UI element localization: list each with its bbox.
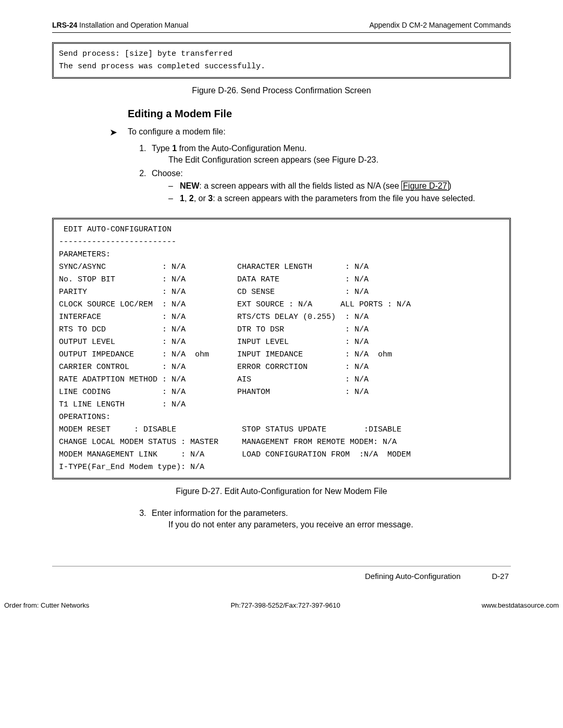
steps-list: Type 1 from the Auto-Configuration Menu.… — [149, 144, 511, 203]
opt-123-rest: : a screen appears with the parameters f… — [213, 194, 475, 203]
step2-options: NEW: a screen appears with all the field… — [168, 181, 511, 203]
opt-1: 1 — [180, 194, 185, 203]
step1-b: from the Auto-Configuration Menu. — [177, 144, 307, 153]
opt-2: 2 — [189, 194, 194, 203]
figure-d23-ref: Figure D-23 — [332, 155, 376, 164]
website-url: www.bestdatasource.com — [482, 601, 559, 609]
opt-new-rest: : a screen appears with all the fields l… — [199, 181, 401, 190]
figure-d27-caption: Figure D-27. Edit Auto-Configuration for… — [52, 487, 511, 496]
product-code: LRS-24 — [52, 21, 77, 29]
box2-title: EDIT AUTO-CONFIGURATION — [59, 225, 172, 234]
send-line-1: Send process: [size] byte transferred — [59, 50, 232, 58]
step2-option-new: NEW: a screen appears with all the field… — [168, 181, 511, 191]
manual-title: Installation and Operation Manual — [77, 21, 188, 29]
param-row-0: SYNC/ASYNC : N/A CHARACTER LENGTH : N/A — [59, 263, 369, 272]
section-title: Editing a Modem File — [128, 108, 511, 120]
figure-d27-link[interactable]: Figure D-27 — [401, 181, 448, 191]
ops-row-0: MODEM RESET : DISABLE STOP STATUS UPDATE… — [59, 425, 401, 434]
page-footer: Defining Auto-Configuration D-27 — [52, 566, 511, 581]
param-row-1: No. STOP BIT : N/A DATA RATE : N/A — [59, 275, 369, 284]
procedure-lead: ➤ To configure a modem file: — [109, 127, 511, 139]
box2-ops-label: OPERATIONS: — [59, 413, 111, 422]
step1-sub-b: . — [376, 155, 378, 164]
header-right: Appendix D CM-2 Management Commands — [369, 21, 511, 29]
order-from: Order from: Cutter Networks — [4, 601, 89, 609]
steps-list-cont: Enter information for the parameters. If… — [149, 509, 511, 529]
param-row-2: PARITY : N/A CD SENSE : N/A — [59, 288, 369, 297]
param-row-11: T1 LINE LENGTH : N/A — [59, 400, 186, 409]
terminal-box-edit-config: EDIT AUTO-CONFIGURATION ----------------… — [52, 218, 511, 479]
step-2: Choose: NEW: a screen appears with all t… — [149, 169, 511, 203]
step1-bold: 1 — [172, 144, 177, 153]
arrow-icon: ➤ — [109, 127, 128, 139]
footer-line: Defining Auto-Configuration D-27 — [52, 572, 511, 581]
param-row-3: CLOCK SOURCE LOC/REM : N/A EXT SOURCE : … — [59, 300, 411, 309]
step2-text: Choose: — [152, 169, 183, 178]
box2-underline: ------------------------- — [59, 238, 176, 246]
param-row-6: OUTPUT LEVEL : N/A INPUT LEVEL : N/A — [59, 338, 369, 347]
step2-option-123: 1, 2, or 3: a screen appears with the pa… — [168, 194, 511, 203]
step1-sub-a: The Edit Configuration screen appears (s… — [168, 155, 332, 164]
footer-page-number: D-27 — [492, 572, 509, 581]
opt-new-label: NEW — [180, 181, 199, 190]
param-row-8: CARRIER CONTROL : N/A ERROR CORRCTION : … — [59, 363, 369, 372]
footer-section-name: Defining Auto-Configuration — [365, 572, 460, 581]
page-header: LRS-24 Installation and Operation Manual… — [52, 21, 511, 33]
step1-sub: The Edit Configuration screen appears (s… — [168, 155, 511, 165]
opt-s1: , — [185, 194, 189, 203]
opt-new-tail: ) — [449, 181, 451, 190]
step-3: Enter information for the parameters. If… — [149, 509, 511, 529]
opt-s2: , or — [194, 194, 209, 203]
terminal-box-send: Send process: [size] byte transferred Th… — [52, 42, 511, 79]
ops-row-1: CHANGE LOCAL MODEM STATUS : MASTER MANAG… — [59, 438, 397, 447]
step3-text: Enter information for the parameters. — [152, 509, 288, 517]
box2-params-label: PARAMETERS: — [59, 250, 111, 259]
opt-3: 3 — [208, 194, 213, 203]
step3-sub: If you do not enter any parameters, you … — [168, 520, 511, 529]
param-row-9: RATE ADATPTION METHOD : N/A AIS : N/A — [59, 375, 369, 384]
step-1: Type 1 from the Auto-Configuration Menu.… — [149, 144, 511, 165]
ops-row-3: I-TYPE(Far_End Modem type): N/A — [59, 463, 204, 472]
param-row-7: OUTPUT IMPEDANCE : N/A ohm INPUT IMEDANC… — [59, 350, 392, 359]
procedure-lead-text: To configure a modem file: — [128, 127, 226, 137]
step1-a: Type — [152, 144, 172, 153]
param-row-4: INTERFACE : N/A RTS/CTS DELAY (0.255) : … — [59, 313, 369, 322]
ops-row-2: MODEM MANAGEMENT LINK : N/A LOAD CONFIGU… — [59, 450, 411, 459]
param-row-10: LINE CODING : N/A PHANTOM : N/A — [59, 388, 369, 397]
phone-fax: Ph:727-398-5252/Fax:727-397-9610 — [230, 601, 340, 609]
bottom-bar: Order from: Cutter Networks Ph:727-398-5… — [0, 591, 563, 612]
header-left: LRS-24 Installation and Operation Manual — [52, 21, 188, 29]
figure-d26-caption: Figure D-26. Send Process Confirmation S… — [52, 86, 511, 95]
param-row-5: RTS TO DCD : N/A DTR TO DSR : N/A — [59, 325, 369, 334]
footer-rule — [52, 566, 511, 566]
send-line-2: The send process was completed successfu… — [59, 62, 265, 71]
